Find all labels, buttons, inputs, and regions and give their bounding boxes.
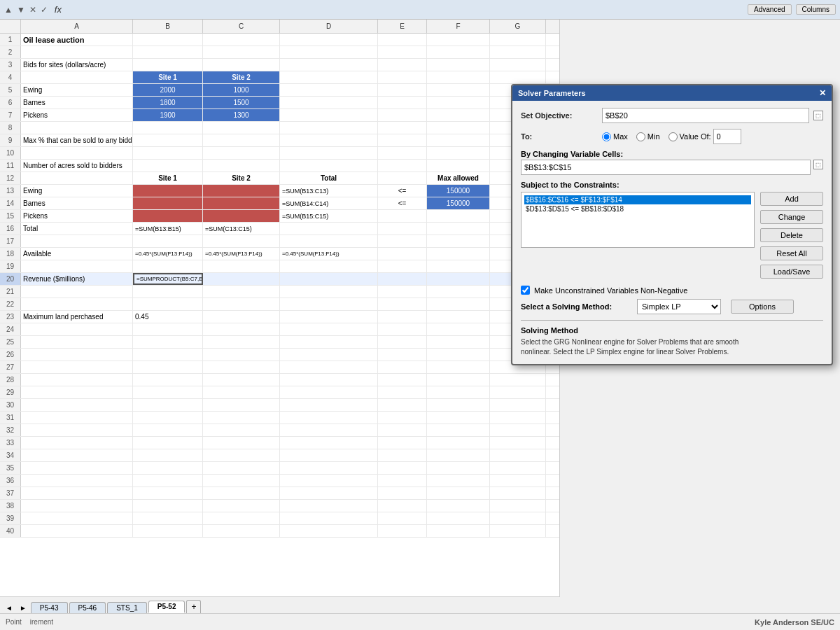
cell-3c[interactable]: [203, 59, 280, 71]
col-header-e[interactable]: E: [378, 20, 427, 33]
cell-20f[interactable]: [427, 273, 490, 285]
cell-1c[interactable]: [203, 34, 280, 46]
cell-19a[interactable]: [21, 260, 133, 272]
cell-2d[interactable]: [280, 46, 378, 58]
cell-11d[interactable]: [280, 160, 378, 172]
cell-17d[interactable]: [280, 235, 378, 247]
sheet-tab-p5-52[interactable]: P5-52: [148, 601, 186, 613]
cell-22b[interactable]: [133, 298, 203, 310]
options-button[interactable]: Options: [731, 300, 794, 314]
sheet-nav-left[interactable]: ◄: [3, 603, 15, 613]
cell-4g[interactable]: [490, 71, 546, 83]
cell-8f[interactable]: [427, 122, 490, 134]
value-of-input[interactable]: [713, 129, 741, 144]
cell-2c[interactable]: [203, 46, 280, 58]
cell-9b[interactable]: [133, 134, 203, 146]
cell-12d[interactable]: Total: [280, 172, 378, 184]
delete-button[interactable]: Delete: [760, 228, 823, 242]
cell-23c[interactable]: [203, 311, 280, 323]
cell-1d[interactable]: [280, 34, 378, 46]
cell-16a[interactable]: Total: [21, 223, 133, 234]
cell-14c[interactable]: [203, 197, 280, 209]
cell-14e[interactable]: <=: [378, 197, 427, 209]
cell-6d[interactable]: [280, 97, 378, 108]
cell-23a[interactable]: Maximum land perchased: [21, 311, 133, 323]
cell-2f[interactable]: [427, 46, 490, 58]
cell-20d[interactable]: [280, 273, 378, 285]
cell-16c[interactable]: =SUM(C13:C15): [203, 223, 280, 234]
cell-20b[interactable]: =SUMPRODUCT(B5:C7,B13:C15): [133, 273, 203, 285]
cell-4a[interactable]: [21, 71, 133, 83]
cell-3b[interactable]: [133, 59, 203, 71]
cell-13d[interactable]: =SUM(B13:C13): [280, 185, 378, 197]
cell-22d[interactable]: [280, 298, 378, 310]
cell-5d[interactable]: [280, 84, 378, 96]
constraints-box[interactable]: $B$16:$C$16 <= $F$13:$F$14 $D$13:$D$15 <…: [521, 192, 755, 248]
cell-23f[interactable]: [427, 311, 490, 323]
cell-19d[interactable]: [280, 260, 378, 272]
radio-max-input[interactable]: [602, 132, 611, 141]
columns-button[interactable]: Columns: [796, 4, 836, 15]
cell-4d[interactable]: [280, 71, 378, 83]
col-header-d[interactable]: D: [280, 20, 378, 33]
cell-17a[interactable]: [21, 235, 133, 247]
cell-1f[interactable]: [427, 34, 490, 46]
radio-min-input[interactable]: [636, 132, 645, 141]
cell-8c[interactable]: [203, 122, 280, 134]
cell-16e[interactable]: [378, 223, 427, 234]
cell-5a[interactable]: Ewing: [21, 84, 133, 96]
cell-9d[interactable]: [280, 134, 378, 146]
cell-15f[interactable]: [427, 210, 490, 222]
cell-16f[interactable]: [427, 223, 490, 234]
cell-8e[interactable]: [378, 122, 427, 134]
cell-11b[interactable]: [133, 160, 203, 172]
cell-9f[interactable]: [427, 134, 490, 146]
cell-22e[interactable]: [378, 298, 427, 310]
cell-7e[interactable]: [378, 109, 427, 121]
cell-15d[interactable]: =SUM(B15:C15): [280, 210, 378, 222]
cell-7c[interactable]: 1300: [203, 109, 280, 121]
cell-6b[interactable]: 1800: [133, 97, 203, 108]
cell-13c[interactable]: [203, 185, 280, 197]
cell-22a[interactable]: [21, 298, 133, 310]
cell-3g[interactable]: [490, 59, 546, 71]
cell-16d[interactable]: [280, 223, 378, 234]
cell-10f[interactable]: [427, 147, 490, 159]
cell-20c[interactable]: [203, 273, 280, 285]
cell-1b[interactable]: [133, 34, 203, 46]
cell-15b[interactable]: [133, 210, 203, 222]
cell-4e[interactable]: [378, 71, 427, 83]
cell-3f[interactable]: [427, 59, 490, 71]
load-save-button[interactable]: Load/Save: [760, 265, 823, 279]
sheet-tab-p5-43[interactable]: P5-43: [31, 602, 68, 613]
sort-up-icon[interactable]: ▲: [4, 5, 13, 15]
cell-14d[interactable]: =SUM(B14:C14): [280, 197, 378, 209]
cell-7b[interactable]: 1900: [133, 109, 203, 121]
cell-21a[interactable]: [21, 286, 133, 298]
cell-10d[interactable]: [280, 147, 378, 159]
cell-7a[interactable]: Pickens: [21, 109, 133, 121]
advanced-button[interactable]: Advanced: [748, 4, 791, 15]
cell-2e[interactable]: [378, 46, 427, 58]
cell-15e[interactable]: [378, 210, 427, 222]
reset-all-button[interactable]: Reset All: [760, 246, 823, 260]
cell-12f[interactable]: Max allowed: [427, 172, 490, 184]
changing-cells-input[interactable]: [521, 160, 811, 175]
cell-20e[interactable]: [378, 273, 427, 285]
cell-13b[interactable]: [133, 185, 203, 197]
cell-22c[interactable]: [203, 298, 280, 310]
cell-6f[interactable]: [427, 97, 490, 108]
cell-17b[interactable]: [133, 235, 203, 247]
cell-21f[interactable]: [427, 286, 490, 298]
cell-6c[interactable]: 1500: [203, 97, 280, 108]
cell-17c[interactable]: [203, 235, 280, 247]
collapse-btn[interactable]: ⬚: [813, 111, 823, 120]
cell-8a[interactable]: [21, 122, 133, 134]
cell-7d[interactable]: [280, 109, 378, 121]
cell-7f[interactable]: [427, 109, 490, 121]
cell-11c[interactable]: [203, 160, 280, 172]
cell-2a[interactable]: [21, 46, 133, 58]
cell-3d[interactable]: [280, 59, 378, 71]
cell-19b[interactable]: [133, 260, 203, 272]
cell-15c[interactable]: [203, 210, 280, 222]
